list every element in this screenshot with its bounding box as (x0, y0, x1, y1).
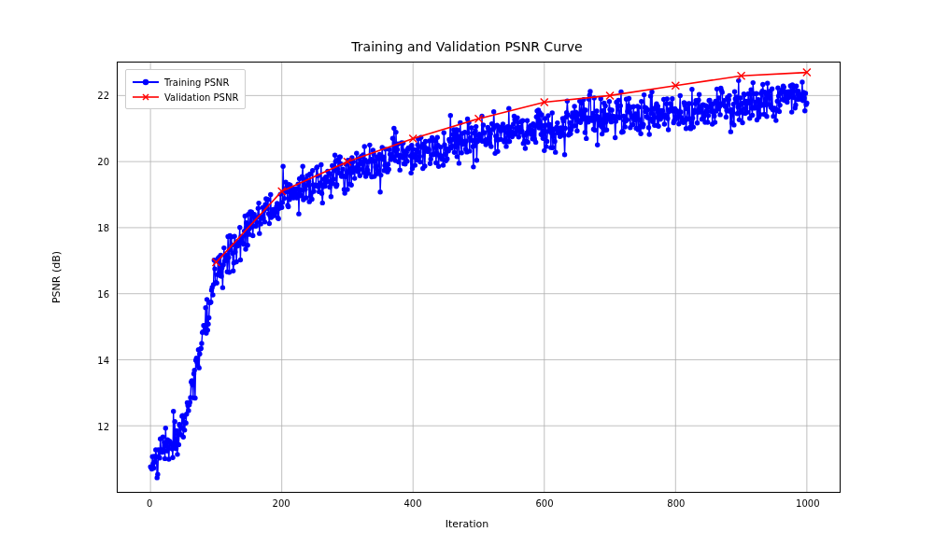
svg-point-362 (377, 189, 382, 194)
svg-point-104 (208, 300, 213, 304)
svg-point-238 (296, 211, 301, 216)
svg-point-82 (194, 356, 199, 360)
legend: Training PSNR Validation PSNR (125, 69, 246, 109)
svg-point-140 (232, 234, 236, 239)
svg-point-848 (697, 92, 701, 97)
svg-point-935 (754, 91, 758, 96)
svg-point-49 (172, 419, 177, 424)
chart-title: Training and Validation PSNR Curve (0, 39, 934, 54)
svg-point-995 (793, 103, 798, 107)
svg-point-625 (550, 146, 555, 150)
svg-point-504 (471, 164, 475, 169)
svg-point-296 (334, 182, 339, 187)
svg-point-741 (627, 96, 631, 101)
svg-point-148 (237, 225, 242, 230)
legend-label-validation: Validation PSNR (164, 92, 238, 103)
svg-point-904 (733, 100, 738, 105)
svg-point-234 (293, 187, 298, 191)
svg-point-451 (436, 163, 441, 168)
svg-point-479 (455, 154, 460, 159)
svg-point-388 (395, 147, 400, 152)
svg-point-786 (656, 124, 660, 129)
svg-point-930 (751, 80, 756, 85)
svg-point-222 (286, 204, 290, 209)
svg-point-711 (607, 99, 612, 104)
svg-point-763 (641, 122, 645, 127)
svg-point-971 (777, 103, 782, 107)
svg-point-287 (329, 194, 333, 199)
svg-point-318 (348, 183, 353, 188)
svg-point-363 (378, 173, 383, 177)
svg-point-507 (473, 129, 477, 133)
legend-entry-validation: Validation PSNR (133, 90, 238, 105)
svg-point-896 (729, 129, 733, 133)
svg-point-901 (731, 122, 736, 127)
svg-point-929 (750, 113, 755, 118)
svg-point-628 (552, 139, 557, 144)
svg-point-807 (670, 96, 674, 101)
svg-point-889 (724, 115, 729, 119)
svg-point-177 (256, 201, 261, 205)
svg-point-87 (197, 352, 202, 357)
svg-point-381 (390, 135, 395, 140)
svg-point-753 (634, 113, 639, 118)
svg-point-732 (620, 130, 625, 134)
svg-point-323 (352, 175, 357, 180)
svg-point-89 (199, 346, 204, 351)
svg-point-17 (151, 466, 156, 470)
svg-point-615 (544, 144, 548, 148)
svg-point-707 (604, 128, 609, 133)
svg-point-772 (647, 132, 652, 136)
svg-point-480 (455, 128, 460, 133)
x-axis-label: Iteration (0, 518, 934, 530)
svg-point-496 (466, 131, 471, 135)
y-tick: 22 (81, 90, 109, 100)
svg-point-692 (594, 108, 599, 113)
svg-point-725 (616, 98, 620, 103)
svg-point-531 (488, 144, 493, 148)
svg-point-258 (309, 197, 314, 202)
svg-point-961 (771, 114, 775, 119)
svg-point-79 (192, 368, 197, 372)
svg-point-46 (170, 455, 175, 460)
svg-point-176 (256, 206, 261, 211)
svg-point-674 (583, 130, 587, 134)
svg-point-110 (212, 266, 217, 271)
svg-point-409 (408, 171, 413, 175)
svg-point-658 (572, 104, 576, 108)
svg-point-272 (318, 162, 323, 167)
svg-point-1008 (801, 95, 806, 100)
svg-point-469 (448, 113, 453, 118)
x-tick: 200 (273, 498, 290, 509)
svg-point-965 (773, 118, 778, 122)
svg-point-792 (660, 108, 665, 113)
svg-point-464 (445, 156, 449, 161)
svg-point-472 (450, 137, 455, 142)
svg-point-168 (250, 233, 255, 238)
svg-point-138 (231, 269, 235, 273)
svg-point-186 (262, 219, 267, 224)
svg-point-346 (367, 143, 372, 147)
svg-point-191 (265, 197, 270, 202)
svg-point-23 (155, 472, 160, 477)
svg-point-735 (623, 124, 628, 129)
svg-point-861 (705, 119, 710, 124)
svg-point-19 (152, 459, 157, 464)
svg-point-587 (526, 140, 531, 145)
svg-point-924 (746, 91, 751, 96)
svg-point-207 (276, 217, 280, 221)
svg-point-214 (280, 163, 285, 168)
svg-point-774 (648, 93, 653, 98)
svg-point-438 (428, 161, 432, 166)
svg-point-1010 (803, 91, 808, 95)
svg-point-760 (639, 99, 644, 104)
svg-point-100 (205, 322, 210, 327)
svg-point-76 (190, 383, 194, 387)
svg-point-862 (706, 113, 711, 118)
svg-point-375 (387, 167, 391, 172)
svg-point-66 (183, 421, 188, 426)
x-tick: 800 (667, 498, 685, 509)
svg-point-583 (523, 146, 528, 150)
svg-point-403 (404, 159, 409, 163)
svg-point-26 (157, 455, 162, 460)
